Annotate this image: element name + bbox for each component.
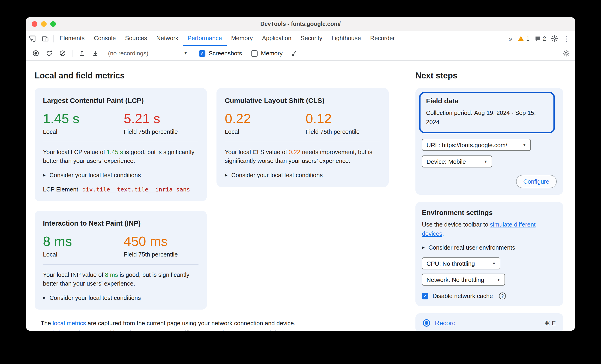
recordings-select[interactable]: (no recordings) ▼ bbox=[105, 48, 190, 58]
memory-checkbox-row: Memory bbox=[251, 50, 283, 57]
record-performance-button[interactable] bbox=[30, 48, 42, 59]
close-button[interactable] bbox=[32, 21, 37, 27]
minimize-button[interactable] bbox=[41, 21, 47, 27]
next-steps-sidebar: Next steps Field data Collection period:… bbox=[405, 61, 575, 331]
recordings-select-value: (no recordings) bbox=[108, 50, 148, 57]
cls-field-metric: 0.12 Field 75th percentile bbox=[306, 112, 360, 135]
clear-icon bbox=[59, 50, 66, 57]
field-data-title: Field data bbox=[426, 97, 548, 105]
tabbar-divider bbox=[53, 35, 54, 42]
device-toolbar-icon bbox=[41, 35, 49, 42]
devtools-tabbar: Elements Console Sources Network Perform… bbox=[26, 31, 575, 46]
disclosure-triangle-icon: ▶ bbox=[43, 173, 46, 177]
inspect-element-button[interactable] bbox=[26, 31, 39, 46]
next-steps-title: Next steps bbox=[415, 71, 563, 81]
lcp-field-metric: 5.21 s Field 75th percentile bbox=[124, 112, 178, 135]
warnings-indicator[interactable]: 1 bbox=[517, 35, 530, 42]
local-metrics-link[interactable]: local metrics bbox=[53, 320, 86, 327]
lcp-local-label: Local bbox=[43, 128, 124, 135]
url-select[interactable]: URL: https://fonts.google.com/ ▼ bbox=[422, 139, 531, 151]
titlebar: DevTools - fonts.google.com/ bbox=[26, 17, 575, 31]
capture-settings-button[interactable] bbox=[563, 50, 570, 57]
screenshots-checkbox[interactable]: ✓ bbox=[199, 50, 205, 57]
tab-lighthouse[interactable]: Lighthouse bbox=[327, 31, 366, 46]
cls-card-title: Cumulative Layout Shift (CLS) bbox=[225, 96, 380, 104]
traffic-lights bbox=[32, 21, 56, 27]
tab-network[interactable]: Network bbox=[152, 31, 183, 46]
inp-local-metric: 8 ms Local bbox=[43, 234, 124, 258]
cls-desc-pre: Your local CLS value of bbox=[225, 148, 289, 156]
cls-test-conditions-disclosure[interactable]: ▶ Consider your local test conditions bbox=[225, 172, 380, 178]
lcp-element-link[interactable]: div.tile__text.tile__inria_sans bbox=[82, 186, 190, 193]
inp-field-value: 450 ms bbox=[124, 234, 178, 249]
settings-button[interactable] bbox=[551, 35, 558, 42]
footnote2-pre: The bbox=[41, 329, 53, 331]
cls-local-label: Local bbox=[225, 128, 306, 135]
save-profile-button[interactable] bbox=[89, 48, 101, 59]
memory-checkbox[interactable] bbox=[251, 50, 258, 57]
divider bbox=[43, 142, 199, 142]
lcp-element-label: LCP Element bbox=[43, 186, 78, 193]
help-icon[interactable]: ? bbox=[499, 293, 506, 299]
collect-garbage-button[interactable] bbox=[288, 48, 300, 59]
page-title: Local and field metrics bbox=[35, 71, 405, 81]
inp-desc-value: 8 ms bbox=[105, 271, 118, 278]
tab-memory[interactable]: Memory bbox=[226, 31, 257, 46]
warning-icon bbox=[517, 35, 524, 42]
record-label: Record bbox=[435, 319, 456, 327]
field-data-card: Field data Collection period: Aug 19, 20… bbox=[415, 88, 563, 195]
record-shortcut: ⌘ E bbox=[544, 319, 556, 326]
cls-description: Your local CLS value of 0.22 needs impro… bbox=[225, 148, 380, 166]
tab-performance[interactable]: Performance bbox=[183, 31, 227, 46]
record-card[interactable]: Record ⌘ E bbox=[415, 313, 563, 331]
field-data-link[interactable]: field data bbox=[53, 329, 77, 331]
cpu-throttling-select[interactable]: CPU: No throttling ▼ bbox=[422, 257, 500, 269]
env-disclosure-label: Consider real user environments bbox=[428, 244, 515, 251]
lcp-field-label: Field 75th percentile bbox=[124, 128, 178, 135]
memory-label: Memory bbox=[261, 50, 283, 57]
inspect-icon bbox=[29, 35, 36, 42]
tab-sources[interactable]: Sources bbox=[120, 31, 152, 46]
footnote-line-2: The field data is measured by real users… bbox=[41, 328, 405, 331]
configure-button[interactable]: Configure bbox=[516, 175, 557, 188]
network-throttling-select[interactable]: Network: No throttling ▼ bbox=[422, 274, 505, 285]
lcp-local-metric: 1.45 s Local bbox=[43, 112, 124, 135]
lcp-desc-value: 1.45 s bbox=[107, 148, 123, 156]
disable-cache-checkbox[interactable]: ✓ bbox=[422, 293, 428, 299]
inp-card-title: Interaction to Next Paint (INP) bbox=[43, 219, 199, 227]
reload-and-record-button[interactable] bbox=[43, 48, 55, 59]
lcp-test-conditions-disclosure[interactable]: ▶ Consider your local test conditions bbox=[43, 172, 199, 178]
issues-indicator[interactable]: 2 bbox=[534, 35, 546, 42]
disclosure-triangle-icon: ▶ bbox=[422, 246, 425, 250]
device-select-value: Device: Mobile bbox=[427, 158, 466, 165]
network-select-value: Network: No throttling bbox=[427, 276, 484, 283]
device-select[interactable]: Device: Mobile ▼ bbox=[422, 156, 492, 167]
record-icon bbox=[32, 50, 39, 57]
more-tabs-button[interactable]: » bbox=[509, 35, 513, 42]
gear-icon bbox=[563, 50, 570, 57]
tab-elements[interactable]: Elements bbox=[55, 31, 89, 46]
gear-icon bbox=[551, 35, 558, 42]
disclosure-triangle-icon: ▶ bbox=[43, 296, 46, 300]
field-data-focus-box: Field data Collection period: Aug 19, 20… bbox=[419, 92, 555, 133]
lcp-card: Largest Contentful Paint (LCP) 1.45 s Lo… bbox=[35, 88, 207, 201]
env-body-pre: Use the device toolbar to bbox=[422, 221, 490, 228]
tab-security[interactable]: Security bbox=[296, 31, 327, 46]
clear-recordings-button[interactable] bbox=[56, 48, 69, 59]
tab-application[interactable]: Application bbox=[257, 31, 296, 46]
load-profile-button[interactable] bbox=[76, 48, 88, 59]
issues-count: 2 bbox=[543, 35, 546, 42]
device-toolbar-button[interactable] bbox=[39, 31, 52, 46]
tab-console[interactable]: Console bbox=[89, 31, 120, 46]
real-user-environments-disclosure[interactable]: ▶ Consider real user environments bbox=[422, 244, 557, 251]
cls-local-value: 0.22 bbox=[225, 112, 306, 126]
cls-card: Cumulative Layout Shift (CLS) 0.22 Local… bbox=[217, 88, 389, 187]
customize-devtools-button[interactable]: ⋮ bbox=[563, 35, 570, 42]
issues-icon bbox=[534, 35, 541, 42]
inp-description: Your local INP value of 8 ms is good, bu… bbox=[43, 270, 199, 288]
lcp-field-value: 5.21 s bbox=[124, 112, 178, 126]
inp-field-metric: 450 ms Field 75th percentile bbox=[124, 234, 178, 258]
zoom-button[interactable] bbox=[50, 21, 56, 27]
tab-recorder[interactable]: Recorder bbox=[366, 31, 400, 46]
inp-test-conditions-disclosure[interactable]: ▶ Consider your local test conditions bbox=[43, 294, 199, 301]
